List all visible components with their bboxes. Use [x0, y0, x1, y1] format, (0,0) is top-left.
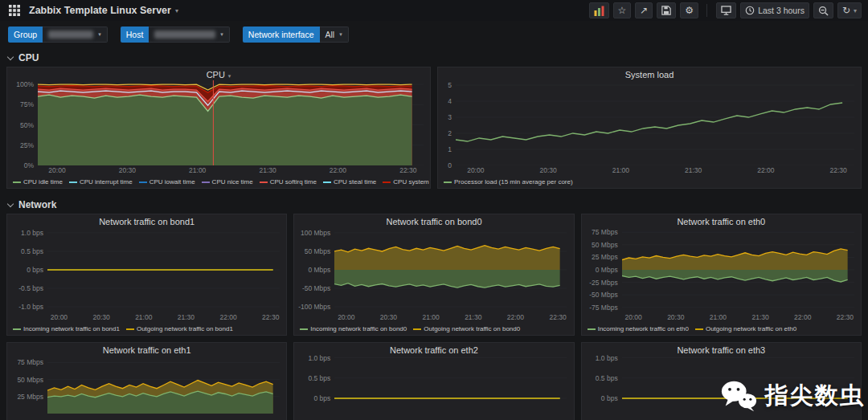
panel-title-eth1[interactable]: Network traffic on eth1 — [7, 343, 286, 356]
navbar: Zabbix Template Linux Server ▾ ☆ ↗ — [0, 0, 868, 21]
dashboard-title-text: Zabbix Template Linux Server — [29, 5, 171, 16]
network-interface-value: All — [326, 30, 335, 39]
chart-plot[interactable] — [622, 227, 854, 312]
y-tick-label: 2 — [448, 129, 452, 137]
legend-color-dash — [444, 181, 452, 183]
chart-canvas[interactable] — [622, 227, 854, 312]
chevron-down-icon — [7, 200, 14, 206]
x-tick-label: 20:00 — [467, 166, 484, 174]
panel-title-text: Network traffic on eth3 — [677, 345, 765, 355]
chart-canvas[interactable] — [334, 356, 567, 420]
x-tick-label: 22:00 — [507, 313, 524, 321]
network-interface-dropdown[interactable]: All ▾ — [320, 27, 349, 43]
y-tick-label: -1.0 bps — [18, 303, 43, 311]
panel-network-eth2: Network traffic on eth2 1.0 bps0.5 bps0 … — [293, 342, 574, 420]
chart-plot[interactable] — [47, 227, 280, 312]
legend-item[interactable]: CPU system time — [383, 178, 430, 186]
legend-item[interactable]: CPU iowait time — [139, 178, 195, 186]
legend-item[interactable]: CPU softirq time — [260, 178, 317, 186]
legend-item[interactable]: Outgoing network traffic on bond1 — [126, 325, 233, 332]
chart-canvas[interactable] — [334, 227, 567, 312]
panel-title-bond1[interactable]: Network traffic on bond1 — [7, 214, 286, 227]
legend-item[interactable]: CPU idle time — [13, 178, 63, 186]
x-tick-label: 22:30 — [837, 313, 854, 321]
dashboard-title[interactable]: Zabbix Template Linux Server ▾ — [29, 5, 178, 16]
x-tick-label: 21:00 — [189, 166, 206, 174]
panel-title-cpu[interactable]: CPU▾ — [7, 67, 430, 80]
variable-group: Group ▾ — [8, 27, 108, 43]
x-tick-label: 20:30 — [539, 166, 556, 174]
grafana-dashboard: Zabbix Template Linux Server ▾ ☆ ↗ — [0, 0, 868, 420]
legend-item[interactable]: Outgoing network traffic on eth0 — [695, 325, 796, 332]
save-dashboard-button[interactable] — [657, 2, 676, 18]
host-value-dropdown[interactable]: ▾ — [149, 27, 230, 43]
panel-title-system-load[interactable]: System load — [438, 67, 861, 80]
x-tick-label: 20:00 — [48, 166, 65, 174]
chart-plot[interactable] — [47, 356, 280, 420]
y-tick-label: 25 Mbps — [592, 253, 618, 261]
legend-item[interactable]: CPU interrupt time — [69, 178, 133, 186]
legend-item[interactable]: CPU steal time — [323, 178, 376, 186]
menu-grid-icon[interactable] — [6, 2, 23, 18]
y-tick-label: -100 Mbps — [298, 303, 330, 311]
y-tick-label: 0% — [24, 161, 34, 169]
x-axis: 20:0020:3021:0021:3022:0022:30 — [456, 165, 854, 176]
y-tick-label: 0 bps — [314, 394, 331, 402]
legend-item[interactable]: Incoming network traffic on bond0 — [300, 325, 407, 332]
y-tick-label: 25% — [20, 141, 34, 149]
share-icon: ↗ — [640, 6, 648, 15]
y-tick-label: 3 — [448, 113, 452, 121]
x-tick-label: 22:00 — [219, 313, 236, 321]
chart-plot[interactable] — [334, 227, 567, 312]
chart-canvas[interactable] — [47, 356, 280, 420]
plot-area: 100 Mbps50 Mbps0 Mbps-50 Mbps-100 Mbps — [294, 227, 573, 312]
group-value-dropdown[interactable]: ▾ — [43, 27, 108, 43]
panel-title-eth3[interactable]: Network traffic on eth3 — [582, 343, 861, 356]
chart-plot[interactable] — [456, 80, 854, 165]
chart-plot[interactable] — [38, 80, 424, 165]
legend-color-dash — [139, 181, 147, 183]
y-tick-label: 25 Mbps — [17, 393, 43, 401]
legend-item[interactable]: CPU nice time — [202, 178, 253, 186]
y-tick-label: 4 — [448, 97, 452, 105]
series-area-cpu-idle-area — [38, 95, 412, 165]
share-dashboard-button[interactable]: ↗ — [635, 2, 653, 18]
refresh-button[interactable]: ↻ ▾ — [837, 2, 862, 18]
panel-title-eth0[interactable]: Network traffic on eth0 — [582, 214, 861, 227]
x-axis: 20:0020:3021:0021:3022:0022:30 — [334, 312, 567, 323]
y-tick-label: 1.0 bps — [21, 229, 43, 237]
y-tick-label: 1.0 bps — [308, 354, 330, 362]
legend-item[interactable]: Incoming network traffic on eth0 — [588, 325, 689, 332]
panel-title-eth2[interactable]: Network traffic on eth2 — [294, 343, 573, 356]
panel-title-bond0[interactable]: Network traffic on bond0 — [294, 214, 573, 227]
legend-item[interactable]: Processor load (15 min average per core) — [444, 178, 573, 186]
chart-canvas[interactable] — [456, 80, 854, 165]
x-axis: 20:0020:3021:0021:3022:0022:30 — [38, 165, 424, 176]
dashboard-settings-button[interactable]: ⚙ — [680, 2, 698, 18]
y-tick-label: 0.5 bps — [596, 374, 618, 382]
zoom-out-button[interactable] — [813, 2, 833, 18]
x-axis: 20:0020:3021:0021:3022:0022:30 — [622, 312, 854, 323]
panel-system-load: System load 543210 20:0020:3021:0021:302… — [437, 67, 862, 189]
y-tick-label: 50% — [20, 121, 34, 129]
y-tick-label: 0 bps — [601, 394, 618, 402]
chart-canvas[interactable] — [47, 227, 280, 312]
row-header-cpu[interactable]: CPU — [0, 48, 868, 67]
x-tick-label: 22:30 — [830, 166, 847, 174]
y-tick-label: 100 Mbps — [301, 229, 330, 237]
template-variables-bar: Group ▾ Host ▾ Network interface All ▾ — [0, 21, 868, 48]
legend-item[interactable]: Incoming network traffic on bond1 — [13, 325, 120, 332]
chart-canvas[interactable] — [38, 80, 424, 165]
panel-network-bond0: Network traffic on bond0 100 Mbps50 Mbps… — [293, 214, 574, 336]
chart-plot[interactable] — [334, 356, 567, 420]
legend-color-dash — [323, 181, 331, 183]
y-tick-label: 0 Mbps — [596, 266, 618, 274]
legend-item[interactable]: Outgoing network traffic on bond0 — [413, 325, 520, 332]
add-panel-button[interactable] — [589, 2, 609, 18]
plot-area: 543210 — [438, 80, 861, 165]
star-dashboard-button[interactable]: ☆ — [613, 2, 632, 18]
x-tick-label: 21:30 — [178, 313, 194, 321]
row-header-network[interactable]: Network — [0, 195, 868, 214]
time-range-picker[interactable]: Last 3 hours — [740, 2, 809, 18]
cycle-view-mode-button[interactable] — [716, 2, 736, 18]
